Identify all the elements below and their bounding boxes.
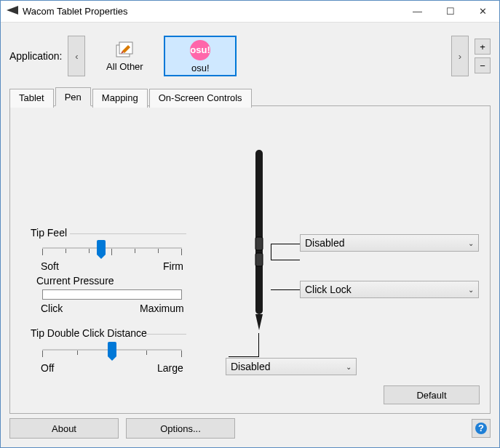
chevron-down-icon: ⌄ — [346, 363, 352, 371]
app-remove-button[interactable]: − — [475, 57, 491, 73]
plus-icon: + — [480, 41, 485, 52]
slider-thumb[interactable] — [108, 342, 116, 356]
app-icon — [7, 6, 18, 17]
current-pressure-bar — [42, 289, 182, 300]
tab-tablet[interactable]: Tablet — [9, 89, 54, 108]
pressure-click-label: Click — [41, 303, 63, 314]
tip-feel-label: Tip Feel — [31, 227, 67, 239]
button-label: Options... — [160, 423, 201, 434]
all-other-icon — [114, 41, 135, 60]
chevron-right-icon: › — [459, 51, 461, 62]
svg-text:osu!: osu! — [191, 44, 210, 55]
chevron-left-icon: ‹ — [75, 51, 78, 62]
pen-tab-panel: Disabled ⌄ Click Lock ⌄ Disabled ⌄ Tip F… — [9, 105, 491, 414]
dropdown-value: Disabled — [231, 361, 346, 372]
help-icon: ? — [475, 422, 488, 435]
about-button[interactable]: About — [9, 418, 119, 439]
close-icon: ✕ — [479, 6, 487, 17]
app-item-osu[interactable]: osu! osu! — [164, 36, 237, 76]
tab-label: Mapping — [102, 92, 138, 103]
app-item-all-other[interactable]: All Other — [88, 36, 161, 76]
application-list: All Other osu! osu! — [88, 36, 237, 76]
footer: About Options... ? — [9, 414, 491, 439]
tip-feel-slider[interactable] — [42, 240, 182, 255]
window: Wacom Tablet Properties — ☐ ✕ Applicatio… — [0, 0, 500, 448]
tab-label: On-Screen Controls — [159, 92, 242, 103]
tip-feel-soft-label: Soft — [41, 260, 59, 272]
svg-rect-5 — [255, 150, 263, 314]
app-item-label: All Other — [106, 61, 143, 72]
tab-onscreen-controls[interactable]: On-Screen Controls — [149, 89, 252, 108]
svg-text:?: ? — [478, 423, 484, 433]
button-label: About — [52, 423, 76, 434]
window-title: Wacom Tablet Properties — [23, 6, 128, 17]
tab-label: Tablet — [19, 92, 44, 103]
side-button-lower-dropdown[interactable]: Click Lock ⌄ — [300, 281, 479, 298]
minimize-button[interactable]: — — [401, 1, 434, 22]
dropdown-value: Disabled — [305, 237, 468, 249]
content-area: Application: ‹ All Other osu! — [1, 23, 499, 447]
options-button[interactable]: Options... — [126, 418, 235, 439]
svg-marker-8 — [255, 314, 263, 330]
button-label: Default — [416, 390, 446, 401]
tip-action-dropdown[interactable]: Disabled ⌄ — [226, 358, 357, 375]
chevron-down-icon: ⌄ — [468, 286, 474, 294]
tip-feel-firm-label: Firm — [163, 260, 183, 272]
application-row: Application: ‹ All Other osu! — [9, 36, 491, 76]
osu-icon: osu! — [189, 39, 211, 61]
pressure-max-label: Maximum — [140, 303, 184, 314]
tab-pen[interactable]: Pen — [55, 87, 91, 106]
tab-mapping[interactable]: Mapping — [92, 89, 148, 108]
default-button[interactable]: Default — [384, 385, 480, 404]
double-click-label: Tip Double Click Distance — [31, 327, 147, 339]
maximize-icon: ☐ — [446, 6, 455, 17]
maximize-button[interactable]: ☐ — [434, 1, 467, 22]
app-scroll-left[interactable]: ‹ — [68, 36, 85, 76]
titlebar[interactable]: Wacom Tablet Properties — ☐ ✕ — [1, 1, 499, 23]
app-add-button[interactable]: + — [475, 39, 491, 55]
help-button[interactable]: ? — [472, 419, 491, 438]
side-button-upper-dropdown[interactable]: Disabled ⌄ — [300, 234, 479, 252]
app-scroll-right[interactable]: › — [451, 36, 469, 76]
double-click-off-label: Off — [41, 362, 54, 374]
app-item-label: osu! — [191, 63, 210, 73]
tab-strip: Tablet Pen Mapping On-Screen Controls — [9, 87, 491, 105]
svg-rect-7 — [255, 253, 263, 266]
double-click-large-label: Large — [157, 362, 183, 374]
minus-icon: − — [480, 60, 485, 71]
tab-label: Pen — [65, 92, 82, 103]
minimize-icon: — — [413, 6, 422, 17]
current-pressure-label: Current Pressure — [36, 275, 114, 287]
slider-thumb[interactable] — [97, 240, 106, 255]
pen-illustration — [249, 150, 269, 339]
double-click-slider[interactable] — [42, 342, 182, 356]
close-button[interactable]: ✕ — [467, 1, 499, 22]
application-label: Application: — [9, 50, 62, 62]
svg-rect-6 — [255, 237, 263, 250]
dropdown-value: Click Lock — [305, 284, 468, 295]
chevron-down-icon: ⌄ — [468, 239, 474, 247]
svg-marker-0 — [7, 6, 18, 15]
